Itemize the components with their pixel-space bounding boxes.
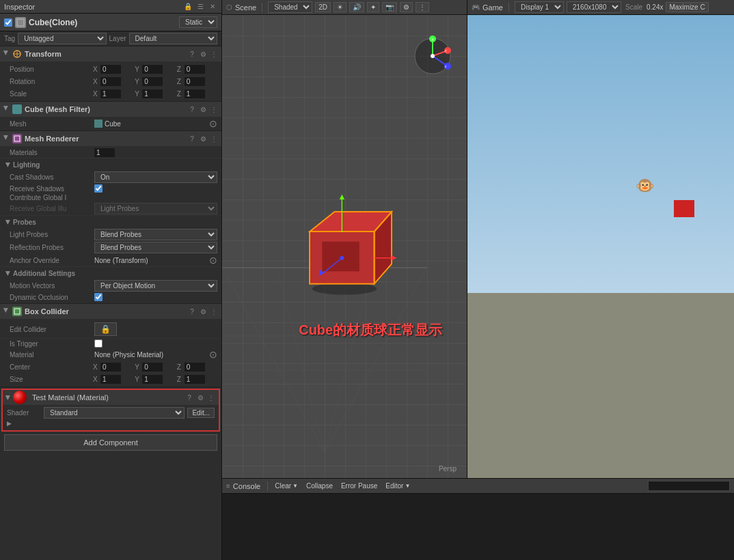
lighting-subsection-header[interactable]: ▶ Lighting	[0, 158, 221, 171]
menu-icon[interactable]: ☰	[195, 2, 205, 12]
material-menu-icon[interactable]: ⋮	[206, 393, 216, 402]
edit-collider-button[interactable]: 🔒	[94, 322, 117, 336]
mesh-filter-help-icon[interactable]: ?	[187, 104, 197, 114]
receive-shadows-row: Receive Shadows	[0, 184, 221, 193]
mesh-filter-menu-icon[interactable]: ⋮	[209, 104, 219, 114]
collider-material-select-button[interactable]: ⊙	[209, 350, 217, 359]
size-x-input[interactable]	[100, 375, 121, 384]
scene-more-button[interactable]: ⋮	[416, 2, 429, 12]
mesh-renderer-menu-icon[interactable]: ⋮	[209, 134, 219, 143]
motion-vectors-dropdown[interactable]: Per Object Motion	[94, 280, 217, 292]
pos-x-axis: X	[93, 66, 100, 73]
center-y-input[interactable]	[142, 363, 163, 372]
center-x-input[interactable]	[100, 363, 121, 372]
close-icon[interactable]: ✕	[208, 2, 217, 12]
inspector-scroll[interactable]: ▶ Transform ? ⚙ ⋮	[0, 46, 221, 560]
box-collider-header[interactable]: ▶ Box Collider ? ⚙ ⋮	[0, 304, 221, 319]
collapse-button[interactable]: Collapse	[303, 481, 336, 490]
rot-y-input[interactable]	[142, 77, 163, 86]
mesh-renderer-help-icon[interactable]: ?	[187, 134, 197, 143]
resolution-dropdown[interactable]: 2160x1080	[567, 1, 621, 13]
collider-center-fields: X Y Z	[93, 363, 217, 372]
tag-dropdown[interactable]: Untagged	[18, 33, 106, 44]
transform-settings-icon[interactable]: ⚙	[198, 49, 208, 59]
lighting-toggle-button[interactable]: ☀	[334, 2, 346, 12]
svg-rect-5	[14, 309, 20, 314]
probes-subsection-header[interactable]: ▶ Probes	[0, 216, 221, 228]
shader-edit-button[interactable]: Edit...	[187, 408, 215, 418]
console-search-input[interactable]	[648, 481, 730, 491]
transform-header-icons: ? ⚙ ⋮	[187, 49, 219, 59]
box-collider-help-icon[interactable]: ?	[187, 307, 197, 316]
add-component-button[interactable]: Add Component	[4, 434, 217, 451]
mesh-renderer-title: Mesh Renderer	[25, 135, 185, 143]
size-z-input[interactable]	[185, 375, 205, 384]
size-y-input[interactable]	[142, 375, 163, 384]
rotation-fields: X Y Z	[93, 77, 217, 86]
transform-menu-icon[interactable]: ⋮	[209, 49, 219, 59]
cast-shadows-dropdown[interactable]: On	[94, 171, 217, 183]
fx-toggle-button[interactable]: ✦	[367, 2, 379, 12]
mesh-renderer-settings-icon[interactable]: ⚙	[198, 134, 208, 143]
gizmos-button[interactable]: ⚙	[400, 2, 413, 12]
object-header: Cube(Clone) Static	[0, 14, 221, 31]
mesh-select-button[interactable]: ⊙	[209, 119, 217, 128]
scale-z-input[interactable]	[185, 89, 205, 98]
object-enabled-checkbox[interactable]	[4, 18, 12, 27]
collider-size-label: Size	[10, 376, 92, 383]
pos-z-input[interactable]	[185, 65, 205, 74]
is-trigger-label: Is Trigger	[10, 340, 92, 348]
mesh-filter-settings-icon[interactable]: ⚙	[198, 104, 208, 114]
mesh-renderer-header-icons: ? ⚙ ⋮	[187, 134, 219, 143]
mesh-field-row: Mesh Cube ⊙	[0, 118, 221, 129]
box-collider-menu-icon[interactable]: ⋮	[209, 307, 219, 316]
materials-count-input[interactable]	[94, 148, 115, 157]
lock-icon[interactable]: 🔒	[183, 2, 193, 12]
size-x-field: X	[93, 375, 133, 384]
rot-x-input[interactable]	[100, 77, 121, 86]
static-dropdown[interactable]: Static	[179, 16, 217, 28]
anchor-override-select-button[interactable]: ⊙	[209, 255, 217, 265]
cube-svg	[290, 192, 399, 301]
pos-x-input[interactable]	[100, 65, 121, 74]
edit-collider-label: Edit Collider	[10, 326, 92, 333]
inspector-header-icons: 🔒 ☰ ✕	[183, 2, 217, 12]
scale-x-input[interactable]	[100, 89, 121, 98]
dynamic-occlusion-checkbox[interactable]	[94, 293, 103, 301]
receive-global-illum-dropdown[interactable]: Light Probes	[94, 203, 217, 214]
shading-dropdown[interactable]: Shaded	[268, 1, 312, 13]
mesh-filter-header[interactable]: ▶ Cube (Mesh Filter) ? ⚙ ⋮	[0, 102, 221, 117]
game-toolbar-sep1	[508, 3, 509, 12]
scene-camera-button[interactable]: 📷	[382, 2, 397, 12]
material-help-icon[interactable]: ?	[185, 393, 194, 402]
scale-y-input[interactable]	[142, 89, 163, 98]
transform-title: Transform	[25, 50, 185, 58]
2d-mode-button[interactable]: 2D	[315, 2, 331, 12]
layer-dropdown[interactable]: Default	[129, 33, 217, 44]
is-trigger-checkbox[interactable]	[94, 339, 103, 348]
additional-settings-header[interactable]: ▶ Additional Settings	[0, 267, 221, 279]
receive-shadows-checkbox[interactable]	[94, 184, 103, 193]
mesh-renderer-header[interactable]: ▶ Mesh Renderer ? ⚙ ⋮	[0, 131, 221, 146]
error-pause-button[interactable]: Error Pause	[338, 481, 380, 490]
display-dropdown[interactable]: Display 1	[515, 1, 564, 13]
box-collider-settings-icon[interactable]: ⚙	[198, 307, 208, 316]
clear-button[interactable]: Clear ▼	[272, 481, 301, 490]
shader-dropdown[interactable]: Standard	[44, 407, 185, 419]
reflection-probes-dropdown[interactable]: Blend Probes	[94, 242, 217, 253]
mesh-renderer-icon	[12, 134, 22, 143]
maximize-button[interactable]: Maximize C	[666, 2, 708, 12]
material-settings-icon[interactable]: ⚙	[195, 393, 205, 402]
rot-z-input[interactable]	[185, 77, 205, 86]
light-probes-dropdown[interactable]: Blend Probes	[94, 229, 217, 240]
inspector-header: Inspector 🔒 ☰ ✕	[0, 0, 221, 14]
transform-help-icon[interactable]: ?	[187, 49, 197, 59]
scene-view[interactable]: x y z Persp	[222, 15, 467, 478]
editor-button[interactable]: Editor ▼	[383, 481, 413, 490]
transform-header[interactable]: ▶ Transform ? ⚙ ⋮	[0, 46, 221, 61]
clear-dropdown-icon: ▼	[293, 483, 298, 489]
audio-toggle-button[interactable]: 🔊	[349, 2, 364, 12]
center-z-input[interactable]	[185, 363, 205, 372]
collider-material-label: Material	[10, 351, 92, 359]
pos-y-input[interactable]	[142, 65, 163, 74]
